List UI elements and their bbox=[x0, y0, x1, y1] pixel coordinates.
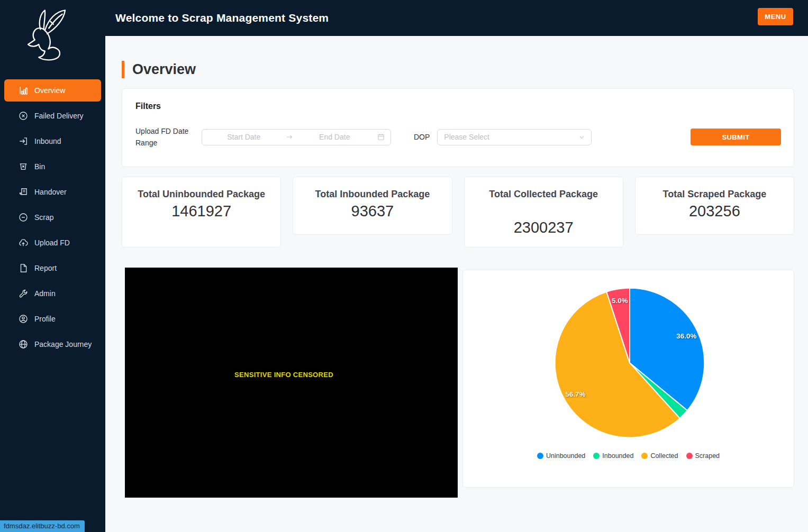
page-title: Welcome to Scrap Management System bbox=[115, 0, 329, 36]
dove-logo-icon bbox=[18, 5, 74, 65]
heading-accent-bar bbox=[122, 61, 124, 78]
cloud-upload-icon bbox=[19, 238, 28, 247]
main-content: Overview Filters Upload FD Date Range St… bbox=[105, 36, 808, 532]
sidebar-item-profile[interactable]: Profile bbox=[4, 308, 101, 330]
sidebar-item-label: Inbound bbox=[34, 137, 61, 145]
pie-chart-panel: 36.0%56.7%5.0% UninboundedInboundedColle… bbox=[462, 270, 794, 488]
chevron-down-icon bbox=[578, 134, 585, 141]
sidebar-item-scrap[interactable]: Scrap bbox=[4, 206, 101, 228]
scroll-doc-icon bbox=[19, 187, 28, 197]
legend-dot bbox=[686, 453, 693, 459]
wrench-icon bbox=[19, 289, 28, 298]
sidebar-item-label: Admin bbox=[34, 289, 56, 298]
logo bbox=[18, 5, 105, 65]
stat-title: Total Collected Package bbox=[489, 188, 598, 200]
sidebar: Overview Failed Delivery Inbound Bin Han… bbox=[0, 0, 105, 532]
sidebar-item-handover[interactable]: Handover bbox=[4, 181, 101, 203]
stat-value: 2300237 bbox=[514, 219, 574, 236]
top-bar: Welcome to Scrap Management System MENU bbox=[0, 0, 808, 36]
submit-button[interactable]: SUBMIT bbox=[691, 129, 781, 145]
stat-card-inbounded: Total Inbounded Package 93637 bbox=[293, 177, 452, 235]
legend-label: Uninbounded bbox=[546, 452, 585, 460]
sidebar-item-label: Bin bbox=[34, 162, 45, 171]
sidebar-item-overview[interactable]: Overview bbox=[4, 79, 101, 102]
pie-percent-label: 36.0% bbox=[676, 332, 696, 340]
sidebar-item-label: Profile bbox=[34, 315, 56, 323]
date-range-label: Upload FD Date Range bbox=[135, 125, 195, 149]
page-heading: Overview bbox=[122, 61, 794, 78]
legend-item-inbounded[interactable]: Inbounded bbox=[593, 452, 633, 460]
start-date-placeholder[interactable]: Start Date bbox=[202, 133, 286, 141]
pie-percent-label: 5.0% bbox=[612, 297, 628, 305]
stat-card-scraped: Total Scraped Package 203256 bbox=[635, 177, 794, 235]
legend-item-uninbounded[interactable]: Uninbounded bbox=[537, 452, 585, 460]
stats-row: Total Uninbounded Package 1461927 Total … bbox=[122, 177, 794, 247]
globe-icon bbox=[19, 340, 28, 349]
calendar-icon bbox=[377, 133, 385, 141]
user-circle-icon bbox=[19, 314, 28, 324]
file-icon bbox=[19, 263, 28, 273]
sidebar-item-label: Package Journey bbox=[34, 340, 92, 348]
sidebar-item-bin[interactable]: Bin bbox=[4, 155, 101, 178]
sidebar-item-upload-fd[interactable]: Upload FD bbox=[4, 232, 101, 254]
stat-value: 93637 bbox=[351, 203, 394, 220]
legend-label: Inbounded bbox=[602, 452, 633, 460]
pie-percent-label: 56.7% bbox=[565, 390, 585, 398]
dop-select[interactable]: Please Select bbox=[437, 129, 592, 145]
stat-card-collected: Total Collected Package 2300237 bbox=[464, 177, 623, 247]
sign-in-icon bbox=[19, 136, 28, 146]
stat-value: 203256 bbox=[689, 203, 740, 220]
sidebar-item-label: Handover bbox=[34, 188, 67, 196]
swap-right-arrow-icon bbox=[286, 133, 293, 141]
sidebar-menu: Overview Failed Delivery Inbound Bin Han… bbox=[0, 65, 105, 355]
stat-title: Total Inbounded Package bbox=[315, 188, 430, 200]
dop-label: DOP bbox=[414, 133, 430, 141]
pie-legend: UninboundedInboundedCollectedScraped bbox=[463, 452, 794, 460]
charts-row: SENSITIVE INFO CENSORED 36.0%56.7%5.0% U… bbox=[122, 268, 794, 498]
sidebar-item-label: Overview bbox=[34, 86, 65, 95]
legend-item-collected[interactable]: Collected bbox=[641, 452, 678, 460]
sidebar-item-inbound[interactable]: Inbound bbox=[4, 130, 101, 152]
legend-label: Scraped bbox=[695, 452, 720, 460]
legend-dot bbox=[593, 453, 600, 459]
sidebar-item-label: Report bbox=[34, 264, 57, 272]
filters-title: Filters bbox=[135, 102, 781, 111]
circle-minus-icon bbox=[19, 213, 28, 222]
stat-title: Total Scraped Package bbox=[663, 188, 767, 200]
date-range-input[interactable]: Start Date End Date bbox=[202, 129, 391, 145]
legend-label: Collected bbox=[650, 452, 678, 460]
legend-item-scraped[interactable]: Scraped bbox=[686, 452, 720, 460]
status-link: fdmsdaz.elitbuzz-bd.com bbox=[0, 520, 85, 532]
bar-chart-icon bbox=[19, 86, 28, 95]
end-date-placeholder[interactable]: End Date bbox=[293, 133, 377, 141]
stat-card-uninbounded: Total Uninbounded Package 1461927 bbox=[122, 177, 281, 247]
sidebar-item-admin[interactable]: Admin bbox=[4, 282, 101, 305]
sidebar-item-label: Failed Delivery bbox=[34, 112, 84, 120]
filters-card: Filters Upload FD Date Range Start Date … bbox=[122, 88, 794, 167]
legend-dot bbox=[641, 453, 648, 459]
censored-label: SENSITIVE INFO CENSORED bbox=[117, 371, 450, 379]
sidebar-item-label: Scrap bbox=[34, 213, 54, 222]
sidebar-item-label: Upload FD bbox=[34, 239, 70, 247]
circle-x-icon bbox=[19, 111, 28, 121]
bin-x-icon bbox=[19, 162, 28, 171]
menu-button[interactable]: MENU bbox=[758, 8, 793, 25]
dop-placeholder: Please Select bbox=[444, 133, 489, 141]
censored-chart-area: SENSITIVE INFO CENSORED bbox=[125, 268, 458, 498]
stat-title: Total Uninbounded Package bbox=[138, 188, 265, 200]
sidebar-item-package-journey[interactable]: Package Journey bbox=[4, 333, 101, 355]
sidebar-item-report[interactable]: Report bbox=[4, 257, 101, 279]
legend-dot bbox=[537, 453, 543, 459]
section-title: Overview bbox=[132, 61, 196, 78]
stat-value: 1461927 bbox=[171, 203, 231, 220]
sidebar-item-failed-delivery[interactable]: Failed Delivery bbox=[4, 105, 101, 127]
